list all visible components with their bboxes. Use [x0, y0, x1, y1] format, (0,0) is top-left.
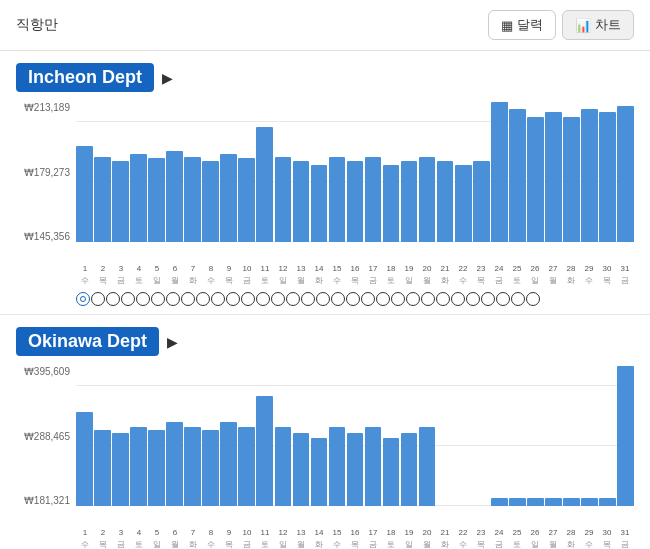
bar: [419, 157, 436, 242]
dot[interactable]: [241, 292, 255, 306]
dot[interactable]: [286, 292, 300, 306]
dot[interactable]: [391, 292, 405, 306]
bar: [401, 161, 418, 242]
x-day: 금: [364, 539, 382, 549]
bar: [527, 498, 544, 506]
chart-area: ₩213,189₩179,273₩145,356: [16, 102, 634, 262]
x-num: 5: [148, 528, 166, 537]
dot[interactable]: [346, 292, 360, 306]
dot[interactable]: [121, 292, 135, 306]
x-day: 토: [382, 275, 400, 286]
bar: [184, 157, 201, 242]
x-num: 17: [364, 264, 382, 273]
x-day: 수: [76, 275, 94, 286]
x-num: 2: [94, 264, 112, 273]
bar: [581, 109, 598, 242]
dot[interactable]: [316, 292, 330, 306]
x-day: 일: [148, 275, 166, 286]
x-num: 7: [184, 528, 202, 537]
x-day: 월: [292, 275, 310, 286]
dot[interactable]: [436, 292, 450, 306]
dot[interactable]: [196, 292, 210, 306]
x-num: 27: [544, 528, 562, 537]
toolbar-buttons: ▦ 달력 📊 차트: [488, 10, 634, 40]
dot[interactable]: [91, 292, 105, 306]
x-day: 수: [328, 275, 346, 286]
dot[interactable]: [361, 292, 375, 306]
dot[interactable]: [331, 292, 345, 306]
dot[interactable]: [181, 292, 195, 306]
bar: [347, 161, 364, 242]
x-day: 목: [598, 275, 616, 286]
bar: [527, 117, 544, 242]
bar: [238, 427, 255, 506]
bar: [563, 117, 580, 242]
bars-container: [76, 366, 634, 506]
chevron-right-icon[interactable]: ▶: [162, 70, 173, 86]
y-label: ₩179,273: [24, 167, 70, 178]
dot[interactable]: [481, 292, 495, 306]
bar: [491, 498, 508, 506]
y-label: ₩181,321: [24, 495, 70, 506]
bar: [202, 161, 219, 242]
x-day: 월: [292, 539, 310, 549]
x-day: 토: [130, 275, 148, 286]
bar: [202, 430, 219, 506]
dot[interactable]: [406, 292, 420, 306]
dot[interactable]: [211, 292, 225, 306]
x-num: 31: [616, 264, 634, 273]
y-label: ₩288,465: [24, 431, 70, 442]
dot[interactable]: [226, 292, 240, 306]
page-title: 직항만: [16, 16, 58, 34]
bar: [365, 157, 382, 242]
x-day: 목: [598, 539, 616, 549]
chart-button[interactable]: 📊 차트: [562, 10, 634, 40]
bar: [293, 161, 310, 242]
bar: [563, 498, 580, 506]
dot[interactable]: [166, 292, 180, 306]
dot[interactable]: [496, 292, 510, 306]
dot[interactable]: [421, 292, 435, 306]
dot[interactable]: [301, 292, 315, 306]
dot[interactable]: [136, 292, 150, 306]
dot[interactable]: [451, 292, 465, 306]
active-dot[interactable]: [76, 292, 90, 306]
x-day: 월: [544, 539, 562, 549]
bar: [275, 157, 292, 242]
bar: [76, 146, 93, 242]
x-day: 금: [616, 539, 634, 549]
bar: [617, 366, 634, 506]
dot[interactable]: [106, 292, 120, 306]
x-day: 일: [148, 539, 166, 549]
dot[interactable]: [376, 292, 390, 306]
chart-icon: 📊: [575, 18, 591, 33]
x-num: 19: [400, 264, 418, 273]
x-day: 목: [220, 275, 238, 286]
x-day: 금: [490, 275, 508, 286]
dot[interactable]: [526, 292, 540, 306]
x-num: 6: [166, 528, 184, 537]
x-day: 목: [94, 275, 112, 286]
calendar-button[interactable]: ▦ 달력: [488, 10, 556, 40]
bar: [545, 112, 562, 242]
bar: [293, 433, 310, 506]
bar: [76, 412, 93, 506]
x-num: 7: [184, 264, 202, 273]
x-day-row: 수목금토일월화수목금토일월화수목금토일월화수목금토일월화수목금: [76, 275, 634, 286]
x-day: 금: [490, 539, 508, 549]
x-num: 31: [616, 528, 634, 537]
x-day: 수: [580, 275, 598, 286]
chevron-right-icon[interactable]: ▶: [167, 334, 178, 350]
x-num-row: 1234567891011121314151617181920212223242…: [76, 528, 634, 537]
x-num: 11: [256, 264, 274, 273]
dot[interactable]: [151, 292, 165, 306]
x-num: 17: [364, 528, 382, 537]
dot[interactable]: [271, 292, 285, 306]
dot[interactable]: [511, 292, 525, 306]
dot[interactable]: [256, 292, 270, 306]
bar: [112, 161, 129, 242]
x-num: 1: [76, 528, 94, 537]
x-num: 9: [220, 528, 238, 537]
bar: [599, 112, 616, 242]
dot[interactable]: [466, 292, 480, 306]
